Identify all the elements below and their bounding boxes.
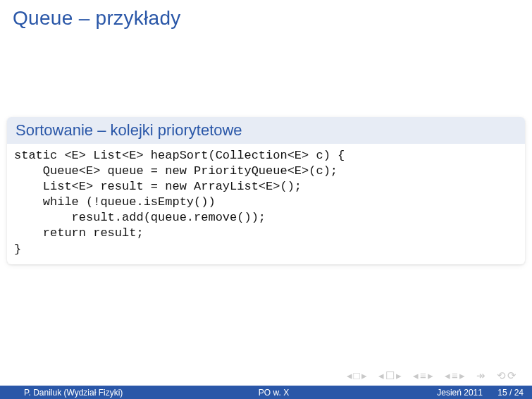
- block-title: Sortowanie – kolejki priorytetowe: [7, 117, 525, 144]
- footer-short-title: PO w. X: [190, 388, 357, 398]
- nav-presentation-icon[interactable]: ◂≡▸: [445, 369, 466, 381]
- footer-bar: P. Daniluk (Wydział Fizyki) PO w. X Jesi…: [0, 386, 532, 399]
- nav-back-forward-icon[interactable]: ⟲⟳: [497, 369, 518, 381]
- nav-appendix-icon[interactable]: ↠: [476, 369, 487, 381]
- footer-page-number: 15 / 24: [497, 388, 524, 398]
- footer-author: P. Daniluk (Wydział Fizyki): [0, 388, 190, 398]
- footer-date: Jesień 2011: [437, 388, 483, 398]
- beamer-nav-symbols[interactable]: ◂□▸ ◂☐▸ ◂≡▸ ◂≡▸ ↠ ⟲⟳: [344, 369, 521, 382]
- slide-title: Queue – przykłady: [0, 0, 532, 30]
- nav-frame-icon[interactable]: ◂□▸: [347, 369, 369, 381]
- nav-section-icon[interactable]: ◂≡▸: [413, 369, 435, 381]
- example-block: Sortowanie – kolejki priorytetowe static…: [7, 117, 525, 264]
- nav-subsection-icon[interactable]: ◂☐▸: [378, 369, 403, 381]
- code-listing: static <E> List<E> heapSort(Collection<E…: [7, 144, 525, 264]
- footer-right: Jesień 2011 15 / 24: [357, 388, 532, 398]
